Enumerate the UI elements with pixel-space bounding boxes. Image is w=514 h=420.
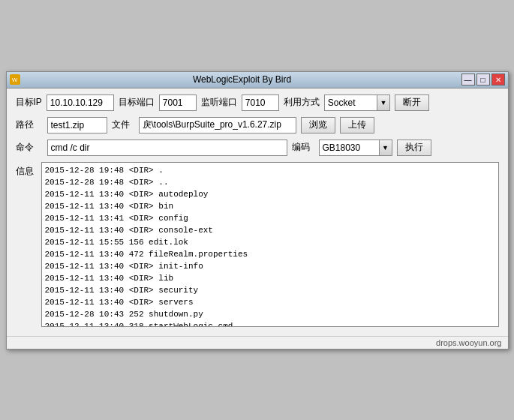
log-line: 2015-12-11 13:41 <DIR> config: [45, 212, 495, 224]
upload-button[interactable]: 上传: [340, 117, 374, 134]
log-line: 2015-12-11 13:40 <DIR> lib: [45, 272, 495, 284]
main-window: W WebLogicExploit By Bird — □ ✕ 目标IP 目标端…: [6, 71, 509, 350]
cmd-input[interactable]: [47, 140, 287, 156]
titlebar: W WebLogicExploit By Bird — □ ✕: [7, 72, 508, 88]
browse-button[interactable]: 浏览: [301, 117, 335, 134]
target-ip-input[interactable]: [47, 94, 114, 111]
info-label: 信息: [16, 165, 37, 178]
row-connection: 目标IP 目标端口 监听端口 利用方式 ▼ 断开: [16, 94, 499, 111]
log-line: 2015-12-11 13:40 <DIR> autodeploy: [45, 188, 495, 200]
log-line: 2015-12-11 15:55 156 edit.lok: [45, 236, 495, 248]
encoding-select[interactable]: [319, 140, 379, 156]
titlebar-left: W: [10, 74, 23, 85]
maximize-button[interactable]: □: [476, 74, 490, 86]
target-port-label: 目标端口: [119, 96, 155, 109]
encoding-select-group: ▼: [319, 140, 392, 156]
path-input[interactable]: [47, 117, 107, 134]
exploit-select-group: ▼: [324, 94, 390, 111]
exploit-dropdown-arrow[interactable]: ▼: [377, 94, 390, 111]
close-button[interactable]: ✕: [491, 74, 505, 86]
target-port-input[interactable]: [159, 94, 197, 111]
exploit-label: 利用方式: [284, 96, 320, 109]
listen-port-input[interactable]: [242, 94, 279, 111]
row-info: 信息 2015-12-28 19:48 <DIR> .2015-12-28 19…: [16, 162, 499, 327]
path-label: 路径: [16, 118, 43, 131]
log-line: 2015-12-11 13:40 <DIR> servers: [45, 296, 495, 308]
minimize-button[interactable]: —: [461, 74, 475, 86]
row-file: 路径 文件 浏览 上传: [16, 117, 499, 134]
log-line: 2015-12-11 13:40 <DIR> console-ext: [45, 224, 495, 236]
log-line: 2015-12-28 19:48 <DIR> .: [45, 164, 495, 176]
encoding-label: 编码: [292, 141, 314, 154]
footer-text: drops.wooyun.org: [436, 338, 501, 347]
row-command: 命令 编码 ▼ 执行: [16, 140, 499, 156]
execute-button[interactable]: 执行: [397, 140, 431, 156]
log-line: 2015-12-11 13:40 472 fileRealm.propertie…: [45, 248, 495, 260]
file-input[interactable]: [139, 117, 296, 134]
target-ip-label: 目标IP: [16, 96, 42, 109]
log-line: 2015-12-28 19:48 <DIR> ..: [45, 176, 495, 188]
log-line: 2015-12-11 13:40 <DIR> init-info: [45, 260, 495, 272]
cmd-label: 命令: [16, 141, 43, 154]
info-log-box[interactable]: 2015-12-28 19:48 <DIR> .2015-12-28 19:48…: [41, 162, 499, 327]
app-icon: W: [10, 74, 20, 85]
footer-bar: drops.wooyun.org: [7, 336, 508, 349]
window-title: WebLogicExploit By Bird: [193, 74, 291, 85]
disconnect-button[interactable]: 断开: [395, 94, 429, 111]
log-line: 2015-12-11 13:40 318 startWebLogic.cmd: [45, 320, 495, 327]
log-line: 2015-12-28 10:43 252 shutdown.py: [45, 308, 495, 320]
exploit-select[interactable]: [324, 94, 377, 111]
titlebar-buttons: — □ ✕: [461, 74, 505, 86]
log-line: 2015-12-11 13:40 <DIR> bin: [45, 200, 495, 212]
listen-port-label: 监听端口: [201, 96, 237, 109]
log-line: 2015-12-11 13:40 <DIR> security: [45, 284, 495, 296]
file-label: 文件: [112, 118, 134, 131]
encoding-dropdown-arrow[interactable]: ▼: [379, 140, 392, 156]
main-content: 目标IP 目标端口 监听端口 利用方式 ▼ 断开 路径 文件 浏览 上传 命令: [7, 88, 508, 336]
